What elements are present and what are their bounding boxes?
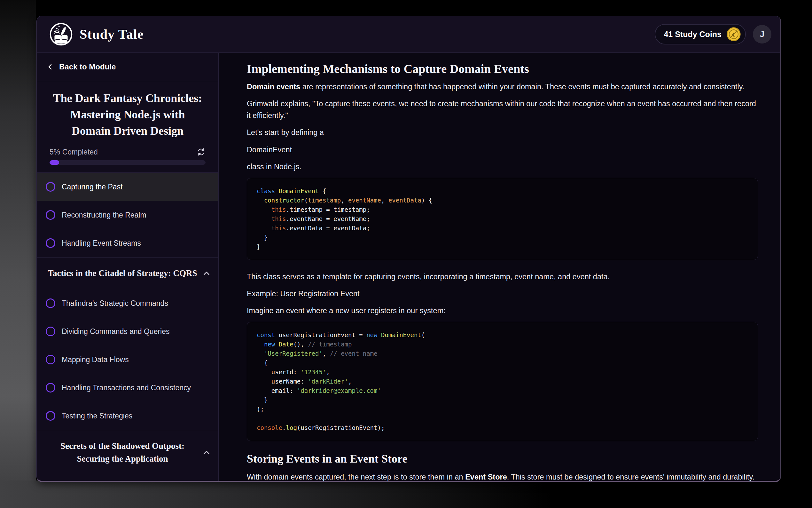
back-label: Back to Module	[59, 62, 116, 71]
coin-icon	[727, 27, 741, 41]
paragraph: Domain events are representations of som…	[247, 81, 758, 93]
sidebar-item-label: Dividing Commands and Queries	[62, 327, 170, 336]
chevron-up-icon	[202, 449, 211, 457]
book-quill-logo-icon	[49, 22, 73, 46]
course-summary: The Dark Fantasy Chronicles: Mastering N…	[37, 81, 218, 172]
paragraph-text: With domain events captured, the next st…	[247, 473, 465, 481]
chevron-left-icon	[46, 63, 54, 71]
wallpaper-gradient-left	[0, 0, 36, 508]
brand-name: Study Tale	[80, 27, 144, 42]
refresh-progress-icon[interactable]	[197, 147, 205, 157]
paragraph: class in Node.js.	[247, 161, 758, 173]
sidebar-section-cqrs[interactable]: Tactics in the Citadel of Strategy: CQRS	[37, 257, 218, 289]
avatar-initial: J	[760, 30, 764, 39]
lesson-group: Secrets of the Shadowed Outpost: Securin…	[37, 430, 218, 481]
paragraph: This class serves as a template for capt…	[247, 271, 758, 283]
code-block-domainevent-class: class DomainEvent { constructor(timestam…	[247, 178, 758, 260]
sidebar-section-securing-the-application[interactable]: Secrets of the Shadowed Outpost: Securin…	[37, 430, 218, 474]
lesson-group: Capturing the Past Reconstructing the Re…	[37, 173, 218, 257]
sidebar-item-label: Reconstructing the Realm	[62, 211, 146, 219]
progress-bar	[50, 160, 205, 165]
sidebar-item-label: Testing the Strategies	[62, 412, 132, 420]
wallpaper-gradient-bottom	[0, 480, 812, 508]
progress-label: 5% Completed	[50, 148, 98, 157]
app-header: Study Tale 41 Study Coins J	[37, 16, 780, 53]
section-heading: Storing Events in an Event Store	[247, 452, 758, 465]
bold-term: Event Store	[465, 473, 507, 481]
lesson-status-icon	[46, 355, 55, 364]
sidebar-item-label: Handling Transactions and Consistency	[62, 384, 191, 392]
sidebar-item-capturing-the-past[interactable]: Capturing the Past	[37, 173, 218, 201]
sidebar-item-handling-transactions-and-consistency[interactable]: Handling Transactions and Consistency	[37, 374, 218, 402]
window-body: Back to Module The Dark Fantasy Chronicl…	[37, 53, 780, 481]
sidebar-item-dividing-commands-and-queries[interactable]: Dividing Commands and Queries	[37, 318, 218, 345]
lesson-status-icon	[46, 327, 55, 336]
paragraph: Let's start by defining a	[247, 127, 758, 138]
section-header-label: Tactics in the Citadel of Strategy: CQRS	[48, 268, 197, 278]
paragraph: Imagine an event where a new user regist…	[247, 305, 758, 317]
paragraph: DomainEvent	[247, 144, 758, 156]
lesson-group: Tactics in the Citadel of Strategy: CQRS…	[37, 257, 218, 430]
lesson-status-icon	[46, 298, 55, 308]
study-coins-badge[interactable]: 41 Study Coins	[655, 24, 746, 44]
lesson-status-icon	[46, 411, 55, 421]
lesson-title: Implementing Mechanisms to Capture Domai…	[247, 62, 758, 76]
progress-row: 5% Completed	[50, 147, 205, 160]
sidebar-item-label: Capturing the Past	[62, 183, 123, 191]
bold-term: Domain events	[247, 83, 300, 91]
paragraph: Grimwald explains, "To capture these eve…	[247, 98, 758, 122]
sidebar-item-reconstructing-the-realm[interactable]: Reconstructing the Realm	[37, 201, 218, 229]
sidebar-item-label: Thalindra's Strategic Commands	[62, 299, 168, 308]
sidebar-item-label: Handling Event Streams	[62, 239, 141, 248]
sidebar-item-mapping-data-flows[interactable]: Mapping Data Flows	[37, 345, 218, 374]
back-to-module-link[interactable]: Back to Module	[37, 53, 218, 81]
course-sidebar: Back to Module The Dark Fantasy Chronicl…	[37, 53, 219, 481]
header-actions: 41 Study Coins J	[655, 24, 771, 44]
course-title: The Dark Fantasy Chronicles: Mastering N…	[50, 90, 205, 139]
sidebar-item-vespers-veil-of-shadows[interactable]: Vesper's Veil of Shadows	[37, 475, 218, 481]
sidebar-item-testing-the-strategies[interactable]: Testing the Strategies	[37, 402, 218, 430]
app-window: Study Tale 41 Study Coins J	[37, 16, 781, 482]
sidebar-item-label: Mapping Data Flows	[62, 355, 129, 364]
code-block-user-registration-event: const userRegistrationEvent = new Domain…	[247, 322, 758, 441]
paragraph-text: are representations of something that ha…	[300, 83, 744, 91]
brand-home-link[interactable]: Study Tale	[49, 22, 144, 46]
section-header-label: Secrets of the Shadowed Outpost: Securin…	[60, 441, 185, 463]
chevron-up-icon	[202, 269, 211, 278]
paragraph: Example: User Registration Event	[247, 288, 758, 300]
lesson-status-icon	[46, 238, 55, 248]
sidebar-item-handling-event-streams[interactable]: Handling Event Streams	[37, 229, 218, 257]
user-avatar[interactable]: J	[753, 25, 771, 43]
desktop-background: Study Tale 41 Study Coins J	[0, 0, 812, 508]
sidebar-item-thalindras-strategic-commands[interactable]: Thalindra's Strategic Commands	[37, 289, 218, 318]
paragraph: With domain events captured, the next st…	[247, 471, 758, 481]
lesson-status-icon	[46, 383, 55, 392]
progress-fill	[50, 160, 59, 165]
coins-label: 41 Study Coins	[664, 30, 721, 39]
paragraph-text: . This store must be designed to ensure …	[507, 473, 755, 481]
lesson-content: Implementing Mechanisms to Capture Domai…	[219, 53, 780, 481]
lesson-status-icon	[46, 182, 55, 192]
lesson-status-icon	[46, 210, 55, 220]
